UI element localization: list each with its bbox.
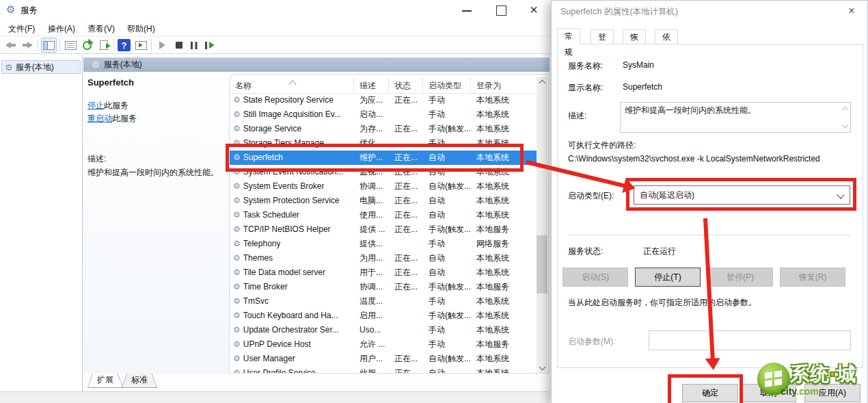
tab-dependencies[interactable]: 依存关系 bbox=[655, 29, 678, 44]
close-button[interactable] bbox=[524, 3, 544, 16]
stop-service-icon[interactable] bbox=[171, 38, 187, 53]
column-header-name[interactable]: 名称 bbox=[230, 77, 354, 94]
back-icon[interactable] bbox=[3, 38, 18, 53]
scroll-down-icon[interactable] bbox=[841, 122, 848, 129]
params-input[interactable] bbox=[649, 330, 851, 350]
menu-view[interactable]: 查看(V) bbox=[83, 22, 119, 34]
scroll-up-icon[interactable] bbox=[841, 105, 848, 112]
service-startup-type: 自动 bbox=[423, 251, 471, 265]
service-startup-type: 手动(触发... bbox=[423, 309, 471, 323]
help-icon[interactable]: ? bbox=[116, 38, 132, 53]
export-list-icon[interactable] bbox=[96, 38, 111, 53]
service-name-label: 服务名称: bbox=[568, 60, 603, 72]
show-console-tree-icon[interactable] bbox=[41, 38, 57, 53]
service-gear-icon: ⚙ bbox=[233, 337, 241, 352]
service-row[interactable]: ⚙Tile Data model server 用于... 正在... 自动 本… bbox=[230, 265, 537, 280]
service-name: TCP/IP NetBIOS Helper bbox=[243, 222, 331, 237]
service-row[interactable]: ⚙User Manager 用户... 正在... 自动(触发... 本地系统 bbox=[230, 352, 537, 366]
menu-action[interactable]: 操作(A) bbox=[44, 22, 79, 34]
tab-extended[interactable]: 扩展 bbox=[87, 374, 123, 388]
cancel-button[interactable]: 取消 bbox=[740, 384, 796, 402]
scroll-down-icon[interactable] bbox=[537, 362, 547, 374]
service-row[interactable]: ⚙Time Broker 协调... 正在... 手动(触发... 本地服务 bbox=[230, 280, 537, 294]
service-row[interactable]: ⚙TCP/IP NetBIOS Helper 提供 ... 正在... 手动(触… bbox=[230, 222, 537, 237]
column-header-startup-type[interactable]: 启动类型 bbox=[423, 77, 471, 94]
start-button[interactable]: 启动(S) bbox=[562, 268, 628, 287]
service-startup-type: 自动 bbox=[423, 265, 471, 280]
service-row[interactable]: ⚙System Events Broker 协调... 正在... 自动(触发.… bbox=[230, 179, 537, 194]
maximize-button[interactable] bbox=[491, 3, 511, 16]
service-status: 正在... bbox=[389, 165, 423, 179]
service-description: 为应... bbox=[354, 93, 389, 107]
service-row[interactable]: ⚙Update Orchestrator Ser... Uso... 手动 本地… bbox=[230, 323, 537, 337]
restart-service-link[interactable]: 重启动 bbox=[87, 114, 112, 123]
extended-view-icon[interactable] bbox=[133, 38, 149, 53]
list-scrollbar[interactable] bbox=[537, 77, 547, 374]
service-row[interactable]: ⚙State Repository Service 为应... 正在... 手动… bbox=[230, 93, 537, 107]
console-tree-pane: ⚙ 服务(本地) bbox=[0, 55, 83, 391]
tab-general[interactable]: 常规 bbox=[557, 28, 580, 44]
service-row[interactable]: ⚙Storage Service 为存... 正在... 手动(触发... 本地… bbox=[230, 122, 537, 136]
stop-button[interactable]: 停止(T) bbox=[635, 268, 701, 287]
service-description: 提供 ... bbox=[354, 222, 389, 237]
stop-service-link[interactable]: 停止 bbox=[87, 101, 104, 110]
service-status bbox=[389, 107, 423, 122]
service-startup-type: 手动(触发... bbox=[423, 122, 471, 136]
start-service-icon[interactable] bbox=[154, 38, 170, 53]
service-status: 正在... bbox=[389, 122, 423, 136]
services-titlebar: ⚙ 服务 bbox=[0, 0, 550, 19]
tab-logon[interactable]: 登录 bbox=[591, 29, 614, 44]
dialog-close-icon[interactable]: × bbox=[843, 3, 860, 18]
startup-type-dropdown[interactable]: 自动(延迟启动) bbox=[634, 185, 850, 205]
service-row[interactable]: ⚙User Profile Service 此服... 正在... 自动 本地系… bbox=[230, 366, 537, 374]
service-logon-as: 本地系统 bbox=[471, 194, 537, 208]
minimize-button[interactable] bbox=[457, 3, 477, 16]
services-main-area: ⚙ 服务(本地) Superfetch 停止此服务 重启动此服务 描述: 维护和… bbox=[83, 55, 550, 391]
service-startup-type: 手动 bbox=[423, 323, 471, 337]
service-row[interactable]: ⚙System Protection Service 电脑... 正在... 自… bbox=[230, 194, 537, 208]
service-row[interactable]: ⚙TmSvc 温度... 手动 本地系统 bbox=[230, 294, 537, 309]
service-gear-icon: ⚙ bbox=[233, 179, 241, 194]
properties-icon[interactable] bbox=[63, 38, 79, 53]
restart-service-icon[interactable] bbox=[201, 38, 217, 53]
tree-item-services-local[interactable]: ⚙ 服务(本地) bbox=[1, 60, 81, 74]
service-row[interactable]: ⚙Superfetch 维护... 正在... 自动 本地系统 bbox=[230, 151, 537, 165]
menu-help[interactable]: 帮助(H) bbox=[123, 22, 159, 34]
pause-button[interactable]: 暂停(P) bbox=[707, 268, 773, 287]
scrollbar-thumb[interactable] bbox=[537, 235, 547, 294]
resume-button[interactable]: 恢复(R) bbox=[780, 268, 845, 287]
column-header-description[interactable]: 描述 bbox=[354, 77, 389, 94]
service-row[interactable]: ⚙Telephony 提供... 手动 网络服务 bbox=[230, 237, 537, 251]
tab-standard[interactable]: 标准 bbox=[122, 374, 157, 388]
service-row[interactable]: ⚙Still Image Acquisition Ev... 启动... 手动 … bbox=[230, 107, 537, 122]
service-row[interactable]: ⚙System Event Notification... 监视... 正在..… bbox=[230, 165, 537, 179]
service-row[interactable]: ⚙Task Scheduler 使用... 正在... 自动 本地系统 bbox=[230, 208, 537, 222]
forward-icon[interactable] bbox=[19, 38, 35, 53]
pause-service-icon[interactable] bbox=[186, 38, 202, 53]
ok-button[interactable]: 确定 bbox=[682, 384, 738, 402]
service-gear-icon: ⚙ bbox=[233, 151, 241, 165]
service-logon-as: 本地系统 bbox=[471, 151, 537, 165]
toolbar-separator bbox=[38, 39, 38, 51]
description-textarea[interactable]: 维护和提高一段时间内的系统性能。 bbox=[620, 102, 851, 133]
service-row[interactable]: ⚙Themes 为用... 正在... 自动 本地系统 bbox=[230, 251, 537, 265]
column-header-logon-as[interactable]: 登录为 bbox=[471, 77, 537, 94]
service-row[interactable]: ⚙UPnP Device Host 允许 ... 手动 本地服务 bbox=[230, 337, 537, 352]
tab-recovery[interactable]: 恢复 bbox=[623, 29, 646, 44]
refresh-icon[interactable] bbox=[79, 38, 95, 53]
apply-button[interactable]: 应用(A) bbox=[804, 384, 860, 402]
tree-item-label: 服务(本地) bbox=[16, 62, 54, 73]
service-status bbox=[389, 309, 423, 323]
toolbar: ? bbox=[0, 36, 550, 54]
service-row[interactable]: ⚙Touch Keyboard and Ha... 启用... 手动(触发...… bbox=[230, 309, 537, 323]
menu-file[interactable]: 文件(F) bbox=[4, 22, 39, 34]
selected-service-pane: Superfetch 停止此服务 重启动此服务 描述: 维护和提高一段时间内的系… bbox=[87, 77, 228, 179]
service-row[interactable]: ⚙Storage Tiers Manage... 优化... 手动 本地系统 bbox=[230, 136, 537, 151]
service-status bbox=[389, 323, 423, 337]
service-logon-as: 本地系统 bbox=[471, 366, 537, 374]
service-status: 正在... bbox=[389, 352, 423, 366]
service-logon-as: 本地系统 bbox=[471, 208, 537, 222]
column-header-status[interactable]: 状态 bbox=[389, 77, 423, 94]
description-label: 描述: bbox=[87, 153, 228, 165]
scroll-up-icon[interactable] bbox=[537, 77, 547, 88]
